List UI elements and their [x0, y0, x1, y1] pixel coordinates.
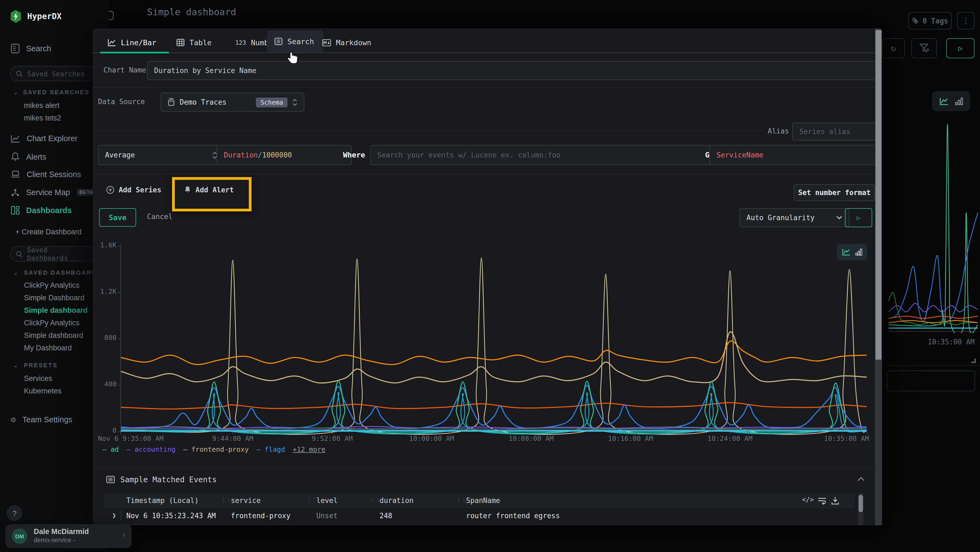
aggregation-select[interactable]: Average	[98, 145, 224, 165]
presets-section[interactable]: ⌄ PRESETS	[13, 362, 57, 369]
sidebar-item-dashboards[interactable]: Dashboards	[11, 206, 72, 215]
tab-markdown[interactable]: Markdown	[315, 33, 379, 52]
schema-badge: Schema	[256, 97, 288, 107]
table-scrollbar-thumb[interactable]	[859, 495, 863, 512]
row-expander-icon[interactable]: ❯	[112, 512, 116, 519]
drag-handle-icon[interactable]: ⋮⋮	[370, 497, 379, 503]
tab-table[interactable]: Table	[169, 33, 219, 52]
sidebar-item-label: Alerts	[26, 152, 46, 161]
run-query-button[interactable]: ▷	[946, 38, 975, 58]
saved-dashboards-section[interactable]: ⌄ SAVED DASHBOARDS	[13, 269, 102, 276]
table-row[interactable]: ❯ Nov 6 10:35:23.243 AM frontend-proxy U…	[103, 524, 855, 525]
save-button[interactable]: Save	[99, 208, 136, 227]
column-header-service[interactable]: service	[231, 496, 261, 504]
legend-item[interactable]: — accounting	[126, 445, 176, 453]
add-series-button[interactable]: Add Series	[106, 186, 161, 194]
logo[interactable]: HyperDX	[10, 10, 62, 23]
column-header-level[interactable]: level	[316, 496, 337, 504]
sidebar-item-client-sessions[interactable]: Client Sessions	[11, 170, 81, 179]
column-header-spanname[interactable]: SpanName	[466, 496, 500, 504]
dashboard-item[interactable]: My Dashboard	[24, 344, 72, 352]
top-header: Simple dashboard 0 Tags ⋮	[0, 0, 980, 28]
sidebar-item-service-map[interactable]: Service Map BETA	[11, 188, 96, 197]
resize-handle-icon[interactable]	[969, 356, 976, 363]
preset-item[interactable]: Services	[24, 374, 52, 383]
data-source-select[interactable]: Demo Traces Schema	[161, 93, 304, 112]
tab-line-bar[interactable]: Line/Bar	[100, 33, 164, 52]
legend-item[interactable]: — flagd	[256, 445, 285, 453]
group-by-input[interactable]: ServiceName	[710, 145, 882, 165]
chart-editor-modal: Line/Bar Table 123 Number Search Markdow…	[92, 28, 882, 525]
duration-chart[interactable]	[98, 240, 878, 436]
chart-type-toggle[interactable]	[837, 244, 867, 260]
add-alert-button[interactable]: Add Alert	[184, 186, 234, 194]
sample-events-header[interactable]: Sample Matched Events	[106, 475, 217, 484]
gear-icon: ⚙	[11, 415, 16, 424]
modal-scrollbar-thumb[interactable]	[875, 30, 881, 360]
legend-item[interactable]: — frontend-proxy	[183, 445, 249, 453]
where-label: Where	[343, 150, 365, 159]
laptop-icon	[11, 171, 20, 178]
chart-name-input[interactable]: Duration by Service Name	[147, 61, 881, 80]
collapse-chevron-icon[interactable]	[858, 477, 865, 481]
user-chip[interactable]: DM Dale McDiarmid demo-service - ›	[5, 524, 132, 548]
bar-chart-icon[interactable]	[955, 97, 963, 105]
filter-button[interactable]	[912, 38, 937, 58]
saved-searches-input[interactable]: Saved Searches	[10, 66, 96, 81]
tags-button[interactable]: 0 Tags	[908, 12, 952, 29]
saved-search-item[interactable]: mikes alert	[24, 101, 60, 110]
dashboard-item-active[interactable]: Simple dashboard	[24, 306, 88, 314]
legend-swatch: —	[102, 445, 111, 453]
sidebar-item-chart-explorer[interactable]: Chart Explorer	[11, 134, 78, 143]
bg-chart-type-toggle[interactable]	[932, 91, 970, 111]
drag-handle-icon[interactable]: ⋮⋮	[307, 497, 316, 503]
dashboard-item[interactable]: Simple dashboard	[24, 331, 83, 340]
sidebar-item-alerts[interactable]: Alerts	[11, 152, 46, 161]
cancel-button[interactable]: Cancel	[147, 212, 173, 221]
column-header-duration[interactable]: duration	[379, 496, 414, 504]
saved-dashboards-input[interactable]: Saved Dashboards	[10, 246, 96, 262]
preset-item[interactable]: Kubernetes	[24, 387, 62, 395]
field-expression-input[interactable]: Duration/1000000	[217, 145, 352, 165]
bar-chart-icon[interactable]	[855, 249, 862, 255]
search-doc-icon	[11, 44, 20, 53]
service-map-icon	[11, 188, 20, 196]
sidebar-item-label: Search	[26, 44, 51, 53]
data-source-value: Demo Traces	[180, 98, 226, 106]
run-chart-button[interactable]: ▷	[845, 208, 872, 227]
sidebar-item-label: Dashboards	[26, 206, 72, 215]
help-button[interactable]: ?	[6, 505, 22, 521]
dashboard-item[interactable]: ClickPy Analytics	[24, 281, 80, 289]
sidebar-item-team-settings[interactable]: ⚙ Team Settings	[11, 415, 72, 424]
x-tick-label: 10:16:00 AM	[608, 434, 653, 442]
create-dashboard-button[interactable]: + Create Dashboard	[15, 228, 82, 236]
alias-input[interactable]: Series alias	[792, 123, 882, 140]
line-chart-icon[interactable]	[939, 97, 948, 105]
drag-handle-icon[interactable]: ⋮⋮	[456, 497, 466, 503]
set-number-format-button[interactable]: Set number format	[794, 184, 875, 201]
table-row[interactable]: ❯ Nov 6 10:35:23.243 AM frontend-proxy U…	[103, 508, 855, 525]
wrap-text-icon[interactable]	[818, 497, 826, 504]
tags-button-label: 0 Tags	[923, 17, 948, 25]
circle-plus-icon	[106, 186, 115, 194]
sidebar-item-search[interactable]: Search	[11, 44, 51, 53]
column-header-timestamp[interactable]: Timestamp (Local)	[126, 496, 199, 504]
saved-searches-section[interactable]: ⌄ SAVED SEARCHES	[13, 89, 89, 96]
magnifier-icon	[16, 250, 22, 257]
refresh-button[interactable]: ↻	[882, 38, 905, 58]
download-icon[interactable]	[831, 496, 839, 504]
legend-item[interactable]: — ad	[102, 445, 119, 453]
dashboard-item[interactable]: ClickPy Analytics	[24, 319, 80, 327]
legend-more-link[interactable]: +12 more	[293, 445, 325, 453]
line-chart-icon[interactable]	[842, 249, 850, 255]
page-title: Simple dashboard	[147, 6, 236, 18]
cell-service: frontend-proxy	[231, 512, 290, 520]
kebab-menu-button[interactable]: ⋮	[957, 12, 975, 29]
chart-legend: — ad — accounting — frontend-proxy — fla…	[102, 445, 326, 453]
where-placeholder: Search your events w/ Lucene ex. column:…	[377, 151, 560, 159]
saved-search-item[interactable]: mikes tets2	[24, 114, 61, 122]
granularity-select[interactable]: Auto Granularity	[739, 208, 850, 227]
dashboard-item[interactable]: Simple Dashboard	[24, 294, 84, 302]
code-view-icon[interactable]: </>	[802, 496, 814, 504]
drag-handle-icon[interactable]: ⋮⋮	[221, 497, 231, 503]
